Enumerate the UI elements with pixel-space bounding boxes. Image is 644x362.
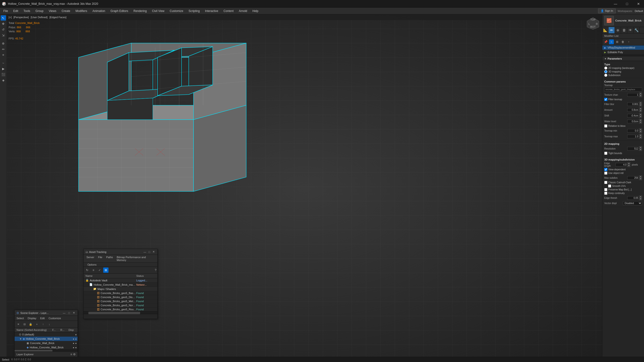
menu-rendering[interactable]: Rendering xyxy=(131,8,149,14)
shift-input[interactable] xyxy=(627,114,639,117)
tight-bounds-checkbox[interactable] xyxy=(604,152,607,155)
se-customize[interactable]: Customize xyxy=(48,316,62,320)
water-level-input[interactable] xyxy=(627,120,639,123)
menu-help[interactable]: Help xyxy=(250,8,261,14)
amount-up[interactable]: ▲ xyxy=(639,107,642,110)
at-row-metallic[interactable]: 🖼 Concrete_Bricks_geo5_Metallic.png Foun… xyxy=(84,299,157,303)
viewport-perspective[interactable]: [Perspective] xyxy=(14,16,29,19)
maximize-button[interactable]: □ xyxy=(622,0,632,8)
filter-blur-input[interactable] xyxy=(627,102,639,106)
at-row-normal[interactable]: 🖼 Concrete_Bricks_geo5_Normal.png Found xyxy=(84,303,157,308)
snap-toggle-icon[interactable]: ⊕ xyxy=(1,41,6,46)
edge-thresh-down[interactable]: ▼ xyxy=(639,198,642,200)
keep-continuity-checkbox[interactable] xyxy=(604,192,607,195)
shift-down[interactable]: ▼ xyxy=(639,116,642,118)
se-lock-icon[interactable]: 🔒 xyxy=(28,322,33,327)
texmap-min-down[interactable]: ▼ xyxy=(639,131,642,133)
at-options-tab[interactable]: Options xyxy=(86,263,98,267)
texmap-min-input[interactable] xyxy=(627,129,639,133)
modifier-editable-poly[interactable]: ▶ Editable Poly xyxy=(602,50,644,54)
se-item-default[interactable]: ⊙ 0 (default) ● xyxy=(14,332,78,337)
col-name-header[interactable]: Name xyxy=(86,274,136,277)
se-down-icon[interactable]: ↓ xyxy=(47,322,52,327)
asset-tracking-header[interactable]: 🗂 Asset Tracking — □ ✕ xyxy=(84,249,157,255)
keep-continuity-row[interactable]: Keep continuity xyxy=(604,191,642,195)
filter-blur-up[interactable]: ▲ xyxy=(639,102,642,104)
max-subdiv-down[interactable]: ▼ xyxy=(639,178,642,180)
render-icon-3[interactable]: ● xyxy=(75,342,77,345)
parameters-section-header[interactable]: ▼ Parameters xyxy=(602,56,644,61)
texmap-max-input[interactable] xyxy=(627,135,639,138)
menu-views[interactable]: Views xyxy=(46,8,59,14)
se-item-hollow-brick-2[interactable]: ◈ Hollow_Concrete_Wall_Brick ● ● xyxy=(14,345,78,350)
rp-create-tab[interactable]: 📐 xyxy=(602,27,608,33)
shift-spinner[interactable]: ▲ ▼ xyxy=(627,113,642,118)
at-row-roughness[interactable]: 🖼 Concrete_Bricks_geo5_Roughness.png Fou… xyxy=(84,308,157,312)
se-up-icon[interactable]: ↑ xyxy=(40,322,46,327)
use-obj-mtl-row[interactable]: Use object mtl xyxy=(604,171,642,175)
at-min-button[interactable]: — xyxy=(143,250,147,254)
vis-icon-4[interactable]: ● xyxy=(73,346,74,349)
at-help-icon[interactable]: ? xyxy=(155,269,156,272)
material-editor-icon[interactable]: ◈ xyxy=(1,77,6,83)
at-list-icon[interactable]: ≡ xyxy=(91,268,96,273)
radio-subdivision[interactable]: Subdivision xyxy=(604,73,642,77)
scene-explorer-header[interactable]: ⊙ Scene Explorer - Laye... — □ ✕ xyxy=(14,310,78,316)
radio-3d-input[interactable] xyxy=(604,70,607,73)
se-max-button[interactable]: □ xyxy=(68,311,71,315)
se-add-icon[interactable]: + xyxy=(34,322,40,327)
classic-catmull-row[interactable]: Classic Catmull-Clark xyxy=(604,181,642,184)
menu-modifiers[interactable]: Modifiers xyxy=(73,8,90,14)
water-level-down[interactable]: ▼ xyxy=(639,121,642,124)
edge-length-input[interactable] xyxy=(616,163,628,167)
edge-thresh-up[interactable]: ▲ xyxy=(639,195,642,198)
at-row-maps-folder[interactable]: 📁 Maps / Shaders xyxy=(84,287,157,291)
se-scrollbar[interactable] xyxy=(14,350,78,352)
close-button[interactable]: ✕ xyxy=(633,0,644,8)
at-grid-icon[interactable]: ⊞ xyxy=(103,268,108,273)
texmap-min-spinner[interactable]: ▲ ▼ xyxy=(627,128,642,133)
at-check-icon[interactable]: ✓ xyxy=(97,268,102,273)
se-select[interactable]: Select xyxy=(16,316,25,320)
render-icon-4[interactable]: ● xyxy=(75,346,77,349)
menu-customize[interactable]: Customize xyxy=(168,8,186,14)
smooth-uvs-row[interactable]: Smooth UVs xyxy=(604,184,642,188)
se-minus-button[interactable]: — xyxy=(62,311,66,315)
layer-footer-icon2[interactable]: ⚙ xyxy=(73,353,76,356)
texmap-max-down[interactable]: ▼ xyxy=(639,136,642,139)
classic-catmull-checkbox[interactable] xyxy=(604,181,607,184)
curve-editor-icon[interactable]: ~ xyxy=(1,60,6,65)
amount-down[interactable]: ▼ xyxy=(639,110,642,112)
max-subdiv-input[interactable] xyxy=(627,176,639,180)
pt-stack-icon[interactable]: ≡ xyxy=(609,39,614,44)
texmap-max-spinner[interactable]: ▲ ▼ xyxy=(627,134,642,139)
at-close-button[interactable]: ✕ xyxy=(152,250,156,254)
radio-2d-input[interactable] xyxy=(604,66,607,70)
align-icon[interactable]: ≡ xyxy=(1,52,6,57)
texture-chan-down[interactable]: ▼ xyxy=(639,95,642,97)
amount-spinner[interactable]: ▲ ▼ xyxy=(627,107,642,112)
edge-length-up[interactable]: ▲ xyxy=(628,162,630,165)
sign-in-button[interactable]: 👤 Sign In xyxy=(598,8,616,13)
texture-chan-input[interactable] xyxy=(627,93,639,97)
water-level-up[interactable]: ▲ xyxy=(639,119,642,121)
rotate-tool-icon[interactable]: ↺ xyxy=(1,27,6,32)
res-down[interactable]: ▼ xyxy=(639,149,642,151)
use-obj-mtl-checkbox[interactable] xyxy=(604,172,607,175)
se-item-hollow-brick[interactable]: ▼ ◈ Hollow_Concrete_Wall_Brick ● ● xyxy=(14,337,78,341)
at-row-displacement[interactable]: 🖼 Concrete_Bricks_geo5_Displacement.png … xyxy=(84,295,157,299)
view-dependent-checkbox[interactable] xyxy=(604,168,607,171)
minimize-button[interactable]: — xyxy=(610,0,621,8)
at-row-vault[interactable]: 🔒 Autodesk Vault Logged... xyxy=(84,278,157,283)
pt-pin-icon[interactable]: 📌 xyxy=(603,39,608,44)
resolution-spinner[interactable]: ▲ ▼ xyxy=(627,146,642,151)
select-tool-icon[interactable]: ↖ xyxy=(1,15,6,20)
at-scrollbar[interactable] xyxy=(84,312,157,314)
vis-icon-2[interactable]: ● xyxy=(73,338,74,340)
edge-thresh-input[interactable] xyxy=(627,196,639,200)
smooth-uvs-checkbox[interactable] xyxy=(608,184,611,188)
filter-blur-spinner[interactable]: ▲ ▼ xyxy=(627,102,642,106)
viewport-area[interactable]: [+] [Perspective] [User Defined] [Edged … xyxy=(7,14,602,362)
water-level-spinner[interactable]: ▲ ▼ xyxy=(627,119,642,124)
radio-subdiv-input[interactable] xyxy=(604,74,607,77)
